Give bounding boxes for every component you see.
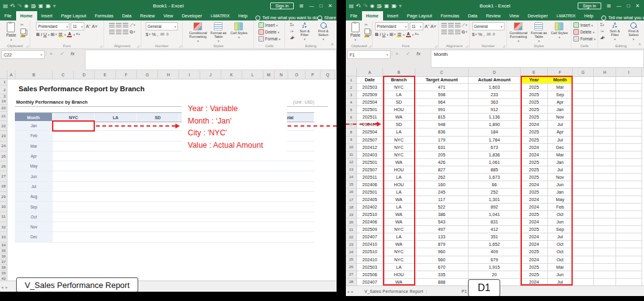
month-cell[interactable]: Jan	[15, 121, 53, 130]
column-header-I[interactable]: I	[616, 68, 642, 76]
cut-icon[interactable]: ✂	[364, 22, 370, 27]
cell[interactable]: 426	[415, 159, 469, 166]
column-header-D[interactable]: D	[469, 68, 521, 76]
cell[interactable]: Sep	[548, 226, 573, 233]
row-header-23[interactable]: 23	[0, 131, 7, 141]
cancel-icon[interactable]: ×	[50, 51, 53, 56]
row-header-2[interactable]: 2	[346, 84, 356, 91]
column-header-E[interactable]: E	[521, 68, 548, 76]
decrease-decimal-icon[interactable]: .0	[165, 32, 169, 37]
empty-cell[interactable]	[594, 121, 616, 128]
ribbon-tab-i-matrix[interactable]: i-MATRIX	[552, 11, 580, 20]
cell[interactable]: 2025	[521, 174, 548, 181]
cell[interactable]: 202504	[357, 128, 383, 136]
row-header-8[interactable]: 8	[346, 128, 356, 136]
comma-icon[interactable]: ,	[157, 32, 158, 37]
number-format-select[interactable]: General▾	[472, 22, 505, 30]
cell[interactable]: LA	[383, 128, 415, 136]
dialog-launcher-icon[interactable]: ◿	[465, 44, 468, 48]
cell[interactable]: 202506	[357, 271, 383, 279]
cell[interactable]: HOU	[383, 271, 415, 279]
cell[interactable]: 202507	[357, 166, 383, 174]
empty-cell[interactable]	[594, 233, 616, 241]
cell[interactable]: 2024	[521, 196, 548, 204]
report-header-sd[interactable]: SD	[137, 113, 179, 122]
underline-icon[interactable]: U	[382, 32, 386, 37]
cell[interactable]: 522	[415, 204, 469, 211]
format-cells-button[interactable]: Format▾	[258, 36, 280, 42]
highlighted-cell-nyc-jan[interactable]	[52, 120, 95, 132]
cell[interactable]: Jul	[548, 137, 573, 144]
cell[interactable]: 885	[469, 166, 521, 174]
cell[interactable]: LA	[383, 189, 415, 196]
cell[interactable]: 1,301	[469, 196, 521, 204]
sign-in-button[interactable]: Sign in	[578, 2, 601, 9]
italic-icon[interactable]: I	[41, 32, 42, 37]
row-header-22[interactable]: 22	[346, 233, 356, 241]
row-header-28[interactable]: 28	[346, 279, 356, 285]
column-header-H[interactable]: H	[158, 71, 179, 79]
decrease-font-icon[interactable]: A˅	[92, 24, 97, 29]
column-header-G[interactable]: G	[573, 68, 594, 76]
row-header-24[interactable]: 24	[0, 142, 7, 151]
merge-center-icon[interactable]: ⧉▾	[462, 29, 467, 35]
align-top-icon[interactable]	[109, 23, 115, 27]
row-header-32[interactable]: 32	[0, 222, 7, 232]
ribbon-tab-review[interactable]: Review	[136, 11, 159, 20]
data-header-date[interactable]: Date	[357, 76, 383, 84]
row-header-20[interactable]: 20	[0, 105, 7, 112]
cell[interactable]: 20	[469, 271, 521, 279]
cell[interactable]: 2025	[521, 128, 548, 136]
ribbon-tab-file[interactable]: File	[0, 11, 16, 20]
empty-cell[interactable]	[573, 128, 594, 136]
cell[interactable]: 179	[415, 137, 469, 144]
phonetic-icon[interactable]: ᵃ▾	[415, 32, 418, 37]
cell[interactable]: 202511	[357, 174, 383, 181]
empty-cell[interactable]	[594, 181, 616, 189]
percent-icon[interactable]: %	[478, 32, 482, 37]
dialog-launcher-icon[interactable]: ◿	[137, 44, 139, 48]
empty-cell[interactable]	[616, 174, 642, 181]
empty-cell[interactable]	[616, 128, 642, 136]
cell[interactable]: 202503	[357, 84, 383, 91]
bold-icon[interactable]: B	[375, 32, 378, 37]
cell[interactable]: 836	[415, 128, 469, 136]
cell[interactable]: 2024	[521, 218, 548, 226]
ribbon-tab-help[interactable]: Help	[580, 11, 598, 20]
cell[interactable]: 202504	[357, 99, 383, 106]
empty-cell[interactable]	[573, 91, 594, 99]
row-header-1[interactable]: 1	[0, 79, 7, 86]
comma-icon[interactable]: ,	[483, 32, 485, 37]
cell[interactable]: Oct	[548, 241, 573, 248]
empty-cell[interactable]	[594, 218, 616, 226]
formula-input[interactable]: Month	[431, 50, 644, 68]
cell[interactable]: 471	[415, 84, 469, 91]
tell-me[interactable]: Tell me what you want to do	[255, 15, 317, 20]
cell[interactable]: 948	[415, 121, 469, 128]
italic-icon[interactable]: I	[379, 32, 381, 37]
increase-font-icon[interactable]: Aˆ	[425, 24, 430, 29]
month-cell[interactable]: Apr	[15, 151, 53, 161]
align-right-icon[interactable]	[455, 30, 461, 34]
empty-cell[interactable]	[594, 204, 616, 211]
minimize-icon[interactable]: —	[616, 3, 621, 9]
row-header-12[interactable]: 12	[346, 159, 356, 166]
cell[interactable]: LA	[383, 174, 415, 181]
cell[interactable]: 2025	[521, 166, 548, 174]
column-header-M[interactable]: M	[263, 71, 275, 79]
ribbon-tab-developer[interactable]: Developer	[523, 11, 552, 20]
cell[interactable]: HOU	[383, 106, 415, 114]
borders-icon[interactable]: ⊞▾	[51, 32, 57, 37]
ribbon-tab-home[interactable]: Home	[16, 11, 37, 20]
empty-cell[interactable]	[616, 226, 642, 233]
cell[interactable]: 2025	[521, 84, 548, 91]
empty-cell[interactable]	[616, 91, 642, 99]
cell[interactable]: 202407	[357, 233, 383, 241]
row-header-13[interactable]: 13	[346, 166, 356, 174]
name-box[interactable]: C22▾	[1, 50, 45, 59]
empty-cell[interactable]	[616, 121, 642, 128]
font-name-select[interactable]: Pretendard▾	[375, 22, 408, 30]
row-header-34[interactable]: 34	[0, 243, 7, 248]
cell[interactable]: Jul	[548, 279, 573, 285]
row-header-25[interactable]: 25	[0, 151, 7, 161]
